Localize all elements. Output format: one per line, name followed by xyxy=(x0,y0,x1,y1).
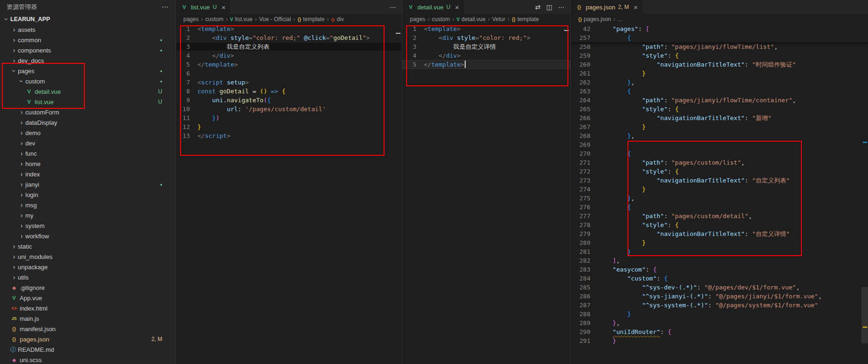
tree-folder-custom[interactable]: ›custom● xyxy=(0,76,175,86)
tree-folder-unpackage[interactable]: ›unpackage xyxy=(0,262,175,272)
tree-folder-static[interactable]: ›static xyxy=(0,241,175,251)
tree-folder-assets[interactable]: ›assets xyxy=(0,24,175,35)
breadcrumb-item-div[interactable]: ◇div xyxy=(331,16,344,23)
code-line-278[interactable]: 278 "style": { xyxy=(571,220,868,229)
tree-folder-my[interactable]: ›my xyxy=(0,210,175,220)
minimap-selection-mark[interactable] xyxy=(396,33,400,34)
code-line-258[interactable]: 258 "path": "pages/jianyi/flowTime/list"… xyxy=(571,42,868,51)
tab-detail.vue[interactable]: Vdetail.vueU× xyxy=(402,0,464,14)
code-line-273[interactable]: 273 "navigationBarTitleText": "自定义列表" xyxy=(571,176,868,185)
code-line-284[interactable]: 284 "custom": { xyxy=(571,274,868,283)
code-line-276[interactable]: 276 { xyxy=(571,203,868,212)
code-line-270[interactable]: 270 { xyxy=(571,149,868,158)
minimap-selection-mark[interactable] xyxy=(564,30,569,31)
code-line-267[interactable]: 267 } xyxy=(571,122,868,131)
code-line-257[interactable]: 257 { xyxy=(571,33,868,42)
breadcrumb-item-custom[interactable]: custom xyxy=(205,16,224,23)
code-line-287[interactable]: 287 "^sys-system-(.*)": "@/pages/system/… xyxy=(571,301,868,310)
code-line-8[interactable]: 8const goDetail = () => { xyxy=(176,87,402,96)
code-line-279[interactable]: 279 "navigationBarTitleText": "自定义详情" xyxy=(571,229,868,238)
breadcrumb-item-pages[interactable]: pages xyxy=(183,16,199,23)
tree-folder-LEARUN_APP[interactable]: ›LEARUN_APP xyxy=(0,14,175,24)
tree-folder-demo[interactable]: ›demo xyxy=(0,128,175,138)
code-line-5[interactable]: 5</template> xyxy=(176,60,402,69)
code-line-12[interactable]: 12} xyxy=(176,122,402,131)
code-line-272[interactable]: 272 "style": { xyxy=(571,167,868,176)
code-line-265[interactable]: 265 "style": { xyxy=(571,105,868,114)
code-line-9[interactable]: 9 uni.navigateTo({ xyxy=(176,96,402,105)
tree-folder-msg[interactable]: ›msg xyxy=(0,200,175,210)
tree-folder-func[interactable]: ›func xyxy=(0,148,175,159)
breadcrumb-item-…[interactable]: … xyxy=(618,16,623,23)
code-line-277[interactable]: 277 "path": "pages/custom/detail", xyxy=(571,212,868,220)
tree-file-uni.scss[interactable]: ◈uni.scss xyxy=(0,355,175,364)
tree-file-manifest.json[interactable]: {}manifest.json xyxy=(0,324,175,334)
close-icon[interactable]: × xyxy=(634,3,638,11)
tree-folder-system[interactable]: ›system xyxy=(0,220,175,231)
more-actions-icon[interactable]: ⋯ xyxy=(558,3,565,11)
scrollbar-thumb[interactable] xyxy=(861,287,868,343)
tree-file-index.html[interactable]: <>index.html xyxy=(0,303,175,313)
code-line-262[interactable]: 262 }, xyxy=(571,78,868,87)
code-line-290[interactable]: 290 "uniIdRouter": { xyxy=(571,327,868,336)
code-line-3[interactable]: 3 我是自定义列表 xyxy=(176,42,402,51)
code-line-6[interactable]: 6 xyxy=(176,69,402,78)
tree-folder-common[interactable]: ›common● xyxy=(0,35,175,45)
breadcrumb-item-template[interactable]: {}template xyxy=(297,16,325,23)
tree-file-.gitignore[interactable]: ◆.gitignore xyxy=(0,282,175,293)
code-line-42[interactable]: 42 "pages": [ xyxy=(571,24,868,33)
code-line-1[interactable]: 1<template> xyxy=(402,24,570,33)
tree-folder-uni_modules[interactable]: ›uni_modules xyxy=(0,251,175,262)
tree-file-pages.json[interactable]: {}pages.json2, M xyxy=(0,334,175,344)
tree-folder-jianyi[interactable]: ›jianyi● xyxy=(0,179,175,190)
code-line-266[interactable]: 266 "navigationBarTitleText": "新增" xyxy=(571,114,868,122)
open-changes-icon[interactable]: ⇄ xyxy=(535,3,541,11)
close-icon[interactable]: × xyxy=(221,3,226,11)
tab-list.vue[interactable]: Vlist.vueU× xyxy=(176,0,231,14)
code-line-271[interactable]: 271 "path": "pages/custom/list", xyxy=(571,158,868,167)
tree-folder-index[interactable]: ›index xyxy=(0,169,175,179)
tree-folder-home[interactable]: ›home xyxy=(0,159,175,169)
tree-folder-customForm[interactable]: ›customForm xyxy=(0,107,175,117)
code-line-280[interactable]: 280 } xyxy=(571,238,868,247)
tree-folder-login[interactable]: ›login xyxy=(0,190,175,200)
code-line-275[interactable]: 275 }, xyxy=(571,194,868,203)
code-line-291[interactable]: 291 } xyxy=(571,336,868,345)
code-line-259[interactable]: 259 "style": { xyxy=(571,51,868,60)
code-line-260[interactable]: 260 "navigationBarTitleText": "时间组件验证" xyxy=(571,60,868,69)
code-line-11[interactable]: 11 }) xyxy=(176,114,402,122)
breadcrumb-item-custom[interactable]: custom xyxy=(432,16,450,23)
code-line-13[interactable]: 13</script> xyxy=(176,131,402,140)
more-actions-icon[interactable]: ⋯ xyxy=(390,3,396,11)
code-editor-detail.vue[interactable]: 1<template>2 <div style="color: red;">3 … xyxy=(402,24,570,364)
overview-ruler[interactable] xyxy=(861,24,868,364)
split-editor-icon[interactable]: ◫ xyxy=(546,3,552,11)
code-line-261[interactable]: 261 } xyxy=(571,69,868,78)
more-actions-icon[interactable]: ⋯ xyxy=(161,3,169,11)
code-line-281[interactable]: 281 } xyxy=(571,247,868,256)
code-line-1[interactable]: 1<template> xyxy=(176,24,402,33)
code-line-274[interactable]: 274 } xyxy=(571,185,868,194)
tree-folder-dev[interactable]: ›dev xyxy=(0,138,175,148)
tree-folder-dataDisplay[interactable]: ›dataDisplay xyxy=(0,117,175,128)
tree-file-detail.vue[interactable]: Vdetail.vueU xyxy=(0,86,175,97)
code-editor-pages.json[interactable]: 42 "pages": [257 {258 "path": "pages/jia… xyxy=(571,24,868,364)
code-line-5[interactable]: 5</template> xyxy=(402,60,570,69)
tree-file-App.vue[interactable]: VApp.vue xyxy=(0,293,175,303)
code-line-269[interactable]: 269 xyxy=(571,140,868,149)
code-line-4[interactable]: 4 </div> xyxy=(176,51,402,60)
code-line-286[interactable]: 286 "^sys-jianyi-(.*)": "@/pages/jianyi/… xyxy=(571,292,868,301)
breadcrumb-item-detail.vue[interactable]: Vdetail.vue xyxy=(456,16,485,23)
tab-pages.json[interactable]: {}pages.json2, M× xyxy=(571,0,643,14)
breadcrumb-item-list.vue[interactable]: Vlist.vue xyxy=(230,16,252,23)
breadcrumb-item-template[interactable]: {}template xyxy=(512,16,539,23)
code-line-7[interactable]: 7<script setup> xyxy=(176,78,402,87)
code-line-264[interactable]: 264 "path": "pages/jianyi/flowTime/conta… xyxy=(571,96,868,105)
tree-folder-dev_docs[interactable]: ›dev_docs xyxy=(0,55,175,66)
code-line-2[interactable]: 2 <div style="color: red;" @click="goDet… xyxy=(176,33,402,42)
code-line-288[interactable]: 288 } xyxy=(571,310,868,318)
breadcrumb-item-pages[interactable]: pages xyxy=(410,16,425,23)
code-line-289[interactable]: 289 }, xyxy=(571,318,868,327)
code-line-283[interactable]: 283 "easycom": { xyxy=(571,265,868,274)
code-line-268[interactable]: 268 }, xyxy=(571,131,868,140)
